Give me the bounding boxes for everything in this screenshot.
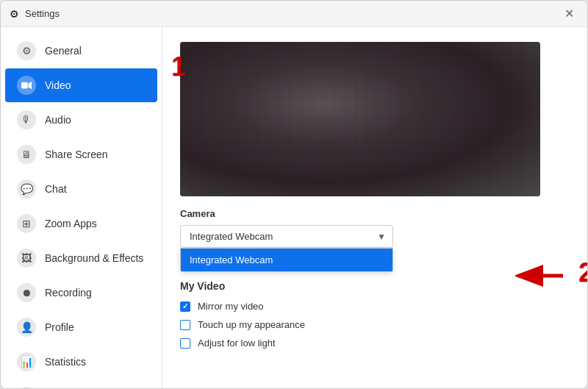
my-video-title: My Video xyxy=(180,280,570,292)
chat-icon: 💬 xyxy=(17,179,36,199)
annotation-2: 2 xyxy=(515,263,567,289)
sidebar-label-video: Video xyxy=(45,79,71,91)
sidebar-item-statistics[interactable]: 📊 Statistics xyxy=(5,345,157,379)
arrow-2-svg xyxy=(515,263,567,289)
sidebar-item-chat[interactable]: 💬 Chat xyxy=(5,172,157,206)
main-content: 1 Camera Integrated Webcam ▼ Integrated … xyxy=(162,27,587,388)
settings-window: ⚙ Settings ✕ ⚙ General Video 🎙 xyxy=(0,0,588,389)
sidebar-label-general: General xyxy=(45,45,82,57)
sidebar-item-zoom-apps[interactable]: ⊞ Zoom Apps xyxy=(5,207,157,240)
sidebar-label-zoom-apps: Zoom Apps xyxy=(45,218,97,229)
sidebar-item-audio[interactable]: 🎙 Audio xyxy=(5,103,157,137)
audio-icon: 🎙 xyxy=(17,110,36,129)
share-screen-icon: 🖥 xyxy=(17,145,36,164)
annotation-number-2: 2 xyxy=(578,260,587,286)
camera-dropdown-list: Integrated Webcam xyxy=(180,248,393,272)
sidebar-label-profile: Profile xyxy=(45,321,74,333)
profile-icon: 👤 xyxy=(17,318,36,337)
sidebar-label-statistics: Statistics xyxy=(45,356,86,368)
lowlight-label: Adjust for low light xyxy=(198,338,276,349)
sidebar-item-share-screen[interactable]: 🖥 Share Screen xyxy=(5,138,157,171)
touchup-checkbox[interactable] xyxy=(180,320,190,330)
camera-preview xyxy=(180,42,540,196)
camera-section-label: Camera xyxy=(180,208,570,219)
sidebar-label-audio: Audio xyxy=(45,114,71,126)
camera-dropdown-wrapper: Integrated Webcam ▼ Integrated Webcam xyxy=(180,225,393,248)
sidebar-item-keyboard[interactable]: ⌨ Keyboard Shortcuts xyxy=(5,379,157,388)
checkbox-touchup: Touch up my appearance xyxy=(180,319,570,330)
sidebar-label-chat: Chat xyxy=(45,183,67,195)
content-area: ⚙ General Video 🎙 Audio 🖥 Share Screen xyxy=(1,27,587,388)
background-icon: 🖼 xyxy=(17,249,36,268)
sidebar-item-background[interactable]: 🖼 Background & Effects xyxy=(5,241,157,275)
sidebar-label-recording: Recording xyxy=(45,287,92,299)
sidebar-item-general[interactable]: ⚙ General xyxy=(5,34,157,68)
sidebar-item-video[interactable]: Video xyxy=(5,68,157,102)
keyboard-icon: ⌨ xyxy=(17,387,36,388)
mirror-checkbox[interactable] xyxy=(180,301,190,312)
svg-rect-0 xyxy=(21,82,28,89)
titlebar-left: ⚙ Settings xyxy=(10,8,60,20)
sidebar: ⚙ General Video 🎙 Audio 🖥 Share Screen xyxy=(1,27,162,388)
close-button[interactable]: ✕ xyxy=(560,5,578,22)
camera-section: Camera Integrated Webcam ▼ Integrated We… xyxy=(180,208,570,248)
checkbox-mirror: Mirror my video xyxy=(180,301,570,312)
camera-pixel-grid xyxy=(180,42,540,196)
statistics-icon: 📊 xyxy=(17,352,36,371)
lowlight-checkbox[interactable] xyxy=(180,338,190,349)
svg-marker-1 xyxy=(29,82,32,90)
camera-dropdown[interactable]: Integrated Webcam xyxy=(180,225,393,248)
sidebar-label-background: Background & Effects xyxy=(45,252,143,264)
video-icon xyxy=(17,76,36,95)
checkbox-lowlight: Adjust for low light xyxy=(180,338,570,349)
touchup-label: Touch up my appearance xyxy=(198,319,305,330)
my-video-section: My Video Mirror my video Touch up my app… xyxy=(180,280,570,349)
settings-icon: ⚙ xyxy=(10,8,19,20)
mirror-label: Mirror my video xyxy=(198,301,264,312)
sidebar-item-profile[interactable]: 👤 Profile xyxy=(5,310,157,344)
titlebar: ⚙ Settings ✕ xyxy=(1,1,587,27)
sidebar-label-share-screen: Share Screen xyxy=(45,149,108,160)
recording-icon: ⏺ xyxy=(17,283,36,302)
zoom-apps-icon: ⊞ xyxy=(17,214,36,233)
window-title: Settings xyxy=(25,8,60,19)
camera-option-integrated-webcam[interactable]: Integrated Webcam xyxy=(181,249,392,271)
general-icon: ⚙ xyxy=(17,41,36,60)
sidebar-item-recording[interactable]: ⏺ Recording xyxy=(5,276,157,310)
